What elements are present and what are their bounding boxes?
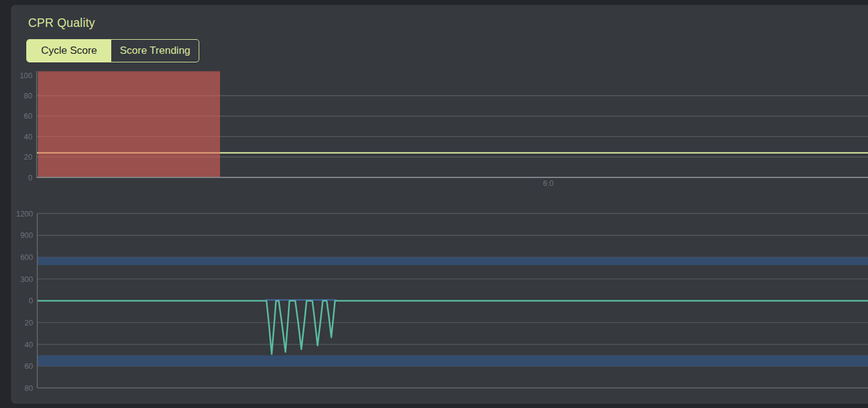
cpr-quality-panel: CPR Quality Cycle Score Score Trending <box>11 5 868 404</box>
page-title: CPR Quality <box>28 16 95 30</box>
cpr-quality-screen: CPR Quality Cycle Score Score Trending 1… <box>0 0 868 408</box>
tab-score-trending[interactable]: Score Trending <box>111 40 199 62</box>
view-tab-group: Cycle Score Score Trending <box>26 39 199 62</box>
tab-cycle-score[interactable]: Cycle Score <box>27 40 111 62</box>
